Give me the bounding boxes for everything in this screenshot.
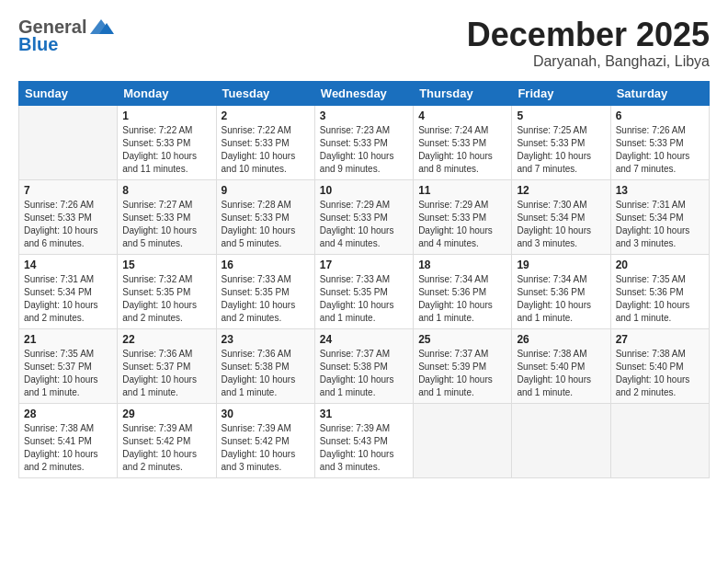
day-number: 7 (24, 184, 112, 197)
calendar-day-cell: 9Sunrise: 7:28 AM Sunset: 5:33 PM Daylig… (216, 179, 314, 254)
calendar-day-cell: 5Sunrise: 7:25 AM Sunset: 5:33 PM Daylig… (512, 105, 610, 179)
title-block: December 2025 Daryanah, Banghazi, Libya (467, 17, 710, 70)
month-title: December 2025 (467, 17, 710, 53)
day-number: 2 (222, 109, 310, 122)
day-info: Sunrise: 7:37 AM Sunset: 5:39 PM Dayligh… (418, 348, 506, 399)
calendar-day-cell: 4Sunrise: 7:24 AM Sunset: 5:33 PM Daylig… (414, 105, 512, 179)
calendar-day-cell: 7Sunrise: 7:26 AM Sunset: 5:33 PM Daylig… (19, 179, 118, 254)
calendar-day-cell (610, 403, 709, 477)
day-info: Sunrise: 7:23 AM Sunset: 5:33 PM Dayligh… (320, 124, 408, 176)
day-info: Sunrise: 7:37 AM Sunset: 5:38 PM Dayligh… (320, 348, 408, 399)
calendar-day-cell: 30Sunrise: 7:39 AM Sunset: 5:42 PM Dayli… (216, 403, 314, 477)
calendar-day-cell: 20Sunrise: 7:35 AM Sunset: 5:36 PM Dayli… (610, 254, 709, 328)
day-number: 29 (122, 408, 210, 420)
day-number: 18 (418, 259, 506, 271)
calendar-day-cell: 21Sunrise: 7:35 AM Sunset: 5:37 PM Dayli… (19, 328, 118, 403)
day-number: 23 (222, 333, 310, 346)
weekday-header-thursday: Thursday (414, 81, 512, 105)
day-number: 19 (517, 259, 605, 271)
calendar-week-row: 14Sunrise: 7:31 AM Sunset: 5:34 PM Dayli… (19, 254, 710, 328)
calendar-week-row: 21Sunrise: 7:35 AM Sunset: 5:37 PM Dayli… (19, 328, 710, 403)
day-number: 26 (517, 333, 605, 346)
calendar-week-row: 1Sunrise: 7:22 AM Sunset: 5:33 PM Daylig… (19, 105, 710, 179)
day-number: 9 (222, 184, 310, 197)
calendar-day-cell: 28Sunrise: 7:38 AM Sunset: 5:41 PM Dayli… (19, 403, 118, 477)
calendar-day-cell: 12Sunrise: 7:30 AM Sunset: 5:34 PM Dayli… (512, 179, 610, 254)
day-number: 15 (122, 259, 210, 271)
day-info: Sunrise: 7:36 AM Sunset: 5:38 PM Dayligh… (222, 348, 310, 399)
day-number: 17 (320, 259, 408, 271)
day-info: Sunrise: 7:25 AM Sunset: 5:33 PM Dayligh… (517, 124, 605, 176)
day-info: Sunrise: 7:28 AM Sunset: 5:33 PM Dayligh… (222, 199, 310, 250)
day-number: 3 (320, 109, 408, 122)
day-info: Sunrise: 7:24 AM Sunset: 5:33 PM Dayligh… (418, 124, 506, 176)
calendar-day-cell: 3Sunrise: 7:23 AM Sunset: 5:33 PM Daylig… (314, 105, 413, 179)
day-number: 12 (517, 184, 605, 197)
calendar-day-cell: 11Sunrise: 7:29 AM Sunset: 5:33 PM Dayli… (414, 179, 512, 254)
calendar-day-cell: 6Sunrise: 7:26 AM Sunset: 5:33 PM Daylig… (610, 105, 709, 179)
calendar-day-cell: 16Sunrise: 7:33 AM Sunset: 5:35 PM Dayli… (216, 254, 314, 328)
day-info: Sunrise: 7:34 AM Sunset: 5:36 PM Dayligh… (517, 273, 605, 325)
day-info: Sunrise: 7:38 AM Sunset: 5:40 PM Dayligh… (517, 348, 605, 399)
day-info: Sunrise: 7:22 AM Sunset: 5:33 PM Dayligh… (122, 124, 210, 176)
calendar-day-cell: 24Sunrise: 7:37 AM Sunset: 5:38 PM Dayli… (314, 328, 413, 403)
day-info: Sunrise: 7:35 AM Sunset: 5:36 PM Dayligh… (616, 273, 704, 325)
calendar-day-cell: 19Sunrise: 7:34 AM Sunset: 5:36 PM Dayli… (512, 254, 610, 328)
calendar-day-cell: 2Sunrise: 7:22 AM Sunset: 5:33 PM Daylig… (216, 105, 314, 179)
calendar-table: SundayMondayTuesdayWednesdayThursdayFrid… (18, 81, 710, 478)
day-info: Sunrise: 7:31 AM Sunset: 5:34 PM Dayligh… (616, 199, 704, 250)
day-info: Sunrise: 7:26 AM Sunset: 5:33 PM Dayligh… (616, 124, 704, 176)
day-info: Sunrise: 7:33 AM Sunset: 5:35 PM Dayligh… (320, 273, 408, 325)
day-number: 25 (418, 333, 506, 346)
day-number: 4 (418, 109, 506, 122)
day-info: Sunrise: 7:38 AM Sunset: 5:40 PM Dayligh… (616, 348, 704, 399)
calendar-day-cell: 17Sunrise: 7:33 AM Sunset: 5:35 PM Dayli… (314, 254, 413, 328)
day-number: 28 (24, 408, 112, 420)
day-number: 30 (222, 408, 310, 420)
day-number: 1 (122, 109, 210, 122)
weekday-header-tuesday: Tuesday (216, 81, 314, 105)
weekday-header-wednesday: Wednesday (314, 81, 413, 105)
day-number: 10 (320, 184, 408, 197)
logo: General Blue (18, 17, 114, 55)
calendar-week-row: 7Sunrise: 7:26 AM Sunset: 5:33 PM Daylig… (19, 179, 710, 254)
calendar-day-cell: 14Sunrise: 7:31 AM Sunset: 5:34 PM Dayli… (19, 254, 118, 328)
day-number: 8 (122, 184, 210, 197)
header: General Blue December 2025 Daryanah, Ban… (18, 17, 710, 70)
calendar-week-row: 28Sunrise: 7:38 AM Sunset: 5:41 PM Dayli… (19, 403, 710, 477)
day-number: 13 (616, 184, 704, 197)
weekday-header-monday: Monday (118, 81, 216, 105)
day-info: Sunrise: 7:39 AM Sunset: 5:42 PM Dayligh… (222, 422, 310, 474)
day-number: 20 (616, 259, 704, 271)
day-number: 22 (122, 333, 210, 346)
day-number: 16 (222, 259, 310, 271)
logo-blue-text: Blue (18, 34, 58, 54)
day-number: 14 (24, 259, 112, 271)
day-info: Sunrise: 7:31 AM Sunset: 5:34 PM Dayligh… (24, 273, 112, 325)
calendar-day-cell: 1Sunrise: 7:22 AM Sunset: 5:33 PM Daylig… (118, 105, 216, 179)
calendar-day-cell: 23Sunrise: 7:36 AM Sunset: 5:38 PM Dayli… (216, 328, 314, 403)
calendar-day-cell: 15Sunrise: 7:32 AM Sunset: 5:35 PM Dayli… (118, 254, 216, 328)
day-info: Sunrise: 7:30 AM Sunset: 5:34 PM Dayligh… (517, 199, 605, 250)
calendar-day-cell: 18Sunrise: 7:34 AM Sunset: 5:36 PM Dayli… (414, 254, 512, 328)
day-number: 21 (24, 333, 112, 346)
day-number: 24 (320, 333, 408, 346)
weekday-header-sunday: Sunday (19, 81, 118, 105)
day-info: Sunrise: 7:32 AM Sunset: 5:35 PM Dayligh… (122, 273, 210, 325)
day-info: Sunrise: 7:39 AM Sunset: 5:43 PM Dayligh… (320, 422, 408, 474)
day-info: Sunrise: 7:35 AM Sunset: 5:37 PM Dayligh… (24, 348, 112, 399)
day-info: Sunrise: 7:39 AM Sunset: 5:42 PM Dayligh… (122, 422, 210, 474)
day-info: Sunrise: 7:33 AM Sunset: 5:35 PM Dayligh… (222, 273, 310, 325)
logo-icon (88, 17, 114, 38)
calendar-day-cell (414, 403, 512, 477)
day-info: Sunrise: 7:34 AM Sunset: 5:36 PM Dayligh… (418, 273, 506, 325)
calendar-day-cell (512, 403, 610, 477)
location: Daryanah, Banghazi, Libya (467, 53, 710, 70)
calendar-day-cell: 22Sunrise: 7:36 AM Sunset: 5:37 PM Dayli… (118, 328, 216, 403)
day-info: Sunrise: 7:36 AM Sunset: 5:37 PM Dayligh… (122, 348, 210, 399)
day-number: 6 (616, 109, 704, 122)
calendar-day-cell: 10Sunrise: 7:29 AM Sunset: 5:33 PM Dayli… (314, 179, 413, 254)
day-number: 27 (616, 333, 704, 346)
day-info: Sunrise: 7:29 AM Sunset: 5:33 PM Dayligh… (320, 199, 408, 250)
calendar-day-cell: 27Sunrise: 7:38 AM Sunset: 5:40 PM Dayli… (610, 328, 709, 403)
